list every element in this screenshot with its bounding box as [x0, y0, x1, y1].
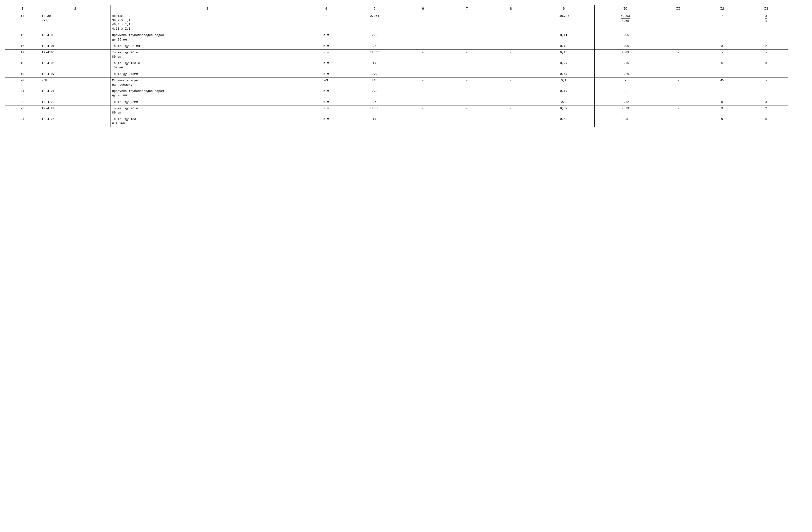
cell-col7: -: [445, 32, 489, 43]
cell-col8: -: [489, 88, 533, 99]
cell-col13: 2: [744, 105, 788, 116]
cell-id: I9: [5, 71, 40, 77]
cell-col13: -: [744, 49, 788, 60]
cell-col11: -: [656, 105, 700, 116]
cell-col11: -: [656, 116, 700, 127]
cell-col12: I: [700, 88, 744, 99]
cell-unit: п.м: [304, 88, 348, 99]
cell-col8: -: [489, 77, 533, 88]
cell-col5: I0,55: [348, 49, 401, 60]
cell-col7: -: [445, 60, 489, 71]
cell-col8: -: [489, 43, 533, 49]
cell-col7: -: [445, 99, 489, 105]
cell-unit: п.м: [304, 43, 348, 49]
header-col-3: 3: [111, 5, 304, 13]
cell-description: Монтаж 96,7 х I,I 46,3 х I,I 4,23 х I,I: [111, 13, 304, 32]
cell-description: То же, ду 76 и 89 мм: [111, 105, 304, 116]
cell-col13: [744, 32, 788, 43]
fraction-denominator: 1: [765, 19, 767, 23]
cell-col6: -: [401, 116, 445, 127]
table-row: I7I2-4I03То же, ду 76 и 89 ммп.мI0,55---…: [5, 49, 788, 60]
cell-col8: -: [489, 13, 533, 32]
header-col-6: 6: [401, 5, 445, 13]
header-col-5: 5: [348, 5, 401, 13]
cell-unit: м3: [304, 77, 348, 88]
cell-unit: п.м: [304, 99, 348, 105]
cell-col9: 0,32: [533, 105, 595, 116]
header-col-13: I3: [744, 5, 788, 13]
cell-col11: -: [656, 49, 700, 60]
cell-col8: -: [489, 49, 533, 60]
cell-col8: -: [489, 105, 533, 116]
cell-col7: -: [445, 105, 489, 116]
cell-col12: 5: [700, 99, 744, 105]
cell-col12: -: [700, 71, 744, 77]
cell-col11: -: [656, 88, 700, 99]
header-col-2: 2: [40, 5, 111, 13]
cell-col9: 0,I: [533, 77, 595, 88]
table-row: I9I2-4I07То же,ду 273ммп.м0,9---0,470,26…: [5, 71, 788, 77]
cell-id: 23: [5, 105, 40, 116]
cell-code: I2-4I2I: [40, 88, 111, 99]
cell-col10: 0,06: [595, 43, 656, 49]
cell-id: 24: [5, 116, 40, 127]
cell-col11: -: [656, 13, 700, 32]
cell-col11: -: [656, 77, 700, 88]
cell-col11: -: [656, 99, 700, 105]
header-col-1: I: [5, 5, 40, 13]
table-body: I4I2-39 к=I,IМонтаж 96,7 х I,I 46,3 х I,…: [5, 13, 788, 127]
cell-col12: 5: [700, 60, 744, 71]
cell-col9: 0,2: [533, 99, 595, 105]
table-row: I5I2-4I00Промывка трубопроводcв водой ду…: [5, 32, 788, 43]
cell-col10: 0,I: [595, 88, 656, 99]
cell-col5: I7: [348, 116, 401, 127]
cell-description: Промывка трубопроводcв водой ду 25 мм: [111, 32, 304, 43]
cell-code: I2-4I22: [40, 99, 111, 105]
cell-code: I2-4I07: [40, 71, 111, 77]
cell-col6: -: [401, 32, 445, 43]
cell-col10: 50,934,65: [595, 13, 656, 32]
cell-col11: -: [656, 43, 700, 49]
cell-id: I5: [5, 32, 40, 43]
cell-col8: -: [489, 116, 533, 127]
cell-description: Продувка трубопроводов паром ду 25 мм: [111, 88, 304, 99]
cell-code: I2-4I05: [40, 60, 111, 71]
cell-col10: 0,I5: [595, 60, 656, 71]
fraction-numerator: 50,93: [621, 14, 630, 19]
cell-col7: -: [445, 13, 489, 32]
cell-col5: 2,2: [348, 88, 401, 99]
cell-description: То же, ду I33 и I59мм: [111, 116, 304, 127]
cell-col6: -: [401, 99, 445, 105]
cell-col12: -: [700, 49, 744, 60]
cell-col7: -: [445, 88, 489, 99]
cell-id: I4: [5, 13, 40, 32]
fraction-col10: 50,934,65: [621, 14, 630, 23]
fraction-col13: 31: [765, 14, 767, 23]
header-col-11: II: [656, 5, 700, 13]
cell-description: То же,ду 273мм: [111, 71, 304, 77]
cell-col8: -: [489, 99, 533, 105]
cell-unit: п.м: [304, 32, 348, 43]
cell-col7: -: [445, 43, 489, 49]
table-row: I6I2-4IOIТо же, ду 32 ммп.м26---0,I20,06…: [5, 43, 788, 49]
cell-col11: -: [656, 60, 700, 71]
cell-col5: I0,55: [348, 105, 401, 116]
cell-col6: -: [401, 88, 445, 99]
cell-col6: -: [401, 13, 445, 32]
table-row: 24I2-4I26То же, ду I33 и I59ммп.мI7---0,…: [5, 116, 788, 127]
cell-col10: 0,I2: [595, 99, 656, 105]
cell-col5: 26: [348, 99, 401, 105]
cell-id: 22: [5, 99, 40, 105]
cell-col13: -: [744, 77, 788, 88]
cell-col5: I7: [348, 60, 401, 71]
cell-col5: 26: [348, 43, 401, 49]
cell-col11: -: [656, 32, 700, 43]
cell-code: I2-4I26: [40, 116, 111, 127]
cell-code: I2-4I03: [40, 49, 111, 60]
cell-col13: 2: [744, 43, 788, 49]
table-row: 20КСЦСтоимость воды на промывкум3445---0…: [5, 77, 788, 88]
cell-code: I2-39 к=I,I: [40, 13, 111, 32]
cell-col12: 3: [700, 43, 744, 49]
cell-unit: п.м: [304, 71, 348, 77]
cell-id: 2I: [5, 88, 40, 99]
